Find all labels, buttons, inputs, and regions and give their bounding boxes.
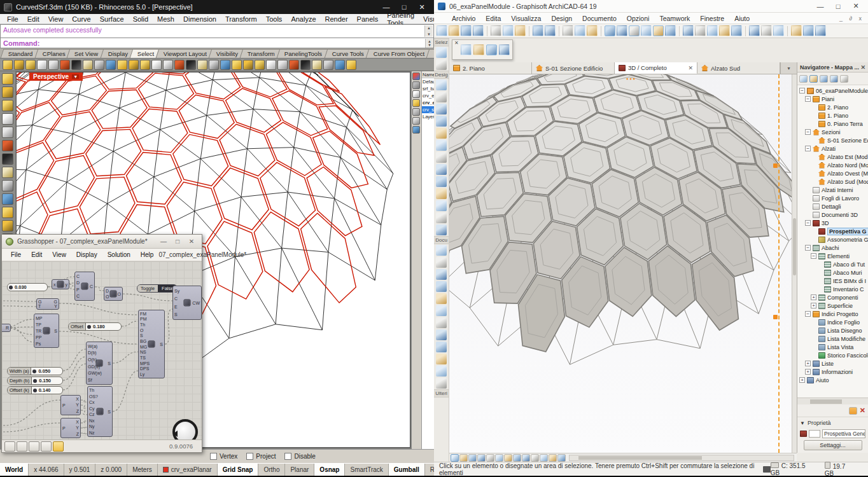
orbit-icon[interactable] bbox=[513, 454, 521, 462]
menu-solid[interactable]: Solid bbox=[129, 15, 153, 23]
fit-in-window-icon[interactable] bbox=[531, 454, 539, 462]
archicad-titlebar[interactable]: 06_exaPanelModule - Graphisoft ArchiCAD-… bbox=[434, 0, 868, 13]
navigator-header[interactable]: Navigatore - Mappa ... ✕ bbox=[797, 62, 868, 73]
relay[interactable]: R bbox=[2, 324, 11, 332]
viewport-horizontal-scrollbar[interactable] bbox=[569, 455, 794, 461]
gumball-widget-icon[interactable] bbox=[17, 441, 27, 452]
hex-panel[interactable] bbox=[232, 73, 287, 97]
renovation-filter-icon[interactable] bbox=[719, 25, 730, 36]
tree-item-06-exapanelmodule[interactable]: −06_exaPanelModule bbox=[797, 86, 868, 95]
redo-icon[interactable] bbox=[545, 25, 556, 36]
tree-item-piani[interactable]: −Piani bbox=[797, 95, 868, 103]
status-world[interactable]: World bbox=[0, 464, 29, 476]
shell-tool-icon[interactable] bbox=[436, 164, 447, 175]
rotate-icon[interactable] bbox=[197, 60, 207, 70]
tree-item-elementi[interactable]: −Elementi bbox=[797, 252, 868, 260]
navigator-hscrollbar[interactable] bbox=[797, 398, 868, 404]
gravity-icon[interactable] bbox=[629, 25, 640, 36]
split-icon[interactable] bbox=[277, 60, 288, 70]
ac-menu-opzioni[interactable]: Opzioni bbox=[622, 15, 655, 22]
tree-item-alzati-interni[interactable]: Alzati Interni bbox=[797, 186, 868, 194]
copy-icon[interactable] bbox=[503, 25, 514, 36]
menu-mesh[interactable]: Mesh bbox=[153, 15, 179, 23]
tab-panelingtools[interactable]: PanelingTools bbox=[277, 49, 330, 58]
orbit-mode-icon[interactable] bbox=[486, 45, 497, 55]
hex-panel[interactable] bbox=[325, 86, 381, 144]
monitor-icon[interactable] bbox=[412, 81, 420, 89]
status-x-44-066[interactable]: x 44.066 bbox=[29, 464, 64, 476]
hex-panel[interactable] bbox=[301, 213, 356, 303]
object-tool-icon[interactable] bbox=[436, 212, 447, 223]
status-meters[interactable]: Meters bbox=[127, 464, 158, 476]
pan-hand-icon[interactable] bbox=[504, 454, 512, 462]
boolean-union-icon[interactable] bbox=[300, 60, 311, 70]
tree-item-aiuto[interactable]: +Aiuto bbox=[797, 376, 868, 384]
loop-spiral-icon[interactable] bbox=[41, 441, 52, 452]
section-marker-handle[interactable] bbox=[773, 163, 778, 168]
tree-item-1-piano[interactable]: 1. Piano bbox=[797, 111, 868, 120]
collapse-icon[interactable]: − bbox=[811, 253, 816, 259]
points-on-icon[interactable] bbox=[174, 60, 185, 70]
collapse-icon[interactable]: − bbox=[805, 146, 811, 151]
view-id-field[interactable] bbox=[809, 430, 820, 438]
canvas-compass-widget[interactable] bbox=[172, 419, 198, 439]
tree-item-alzati[interactable]: −Alzati bbox=[797, 144, 868, 153]
fillet-icon[interactable] bbox=[289, 60, 299, 70]
array-icon[interactable] bbox=[232, 60, 242, 70]
move-component[interactable]: GTGY bbox=[36, 298, 59, 310]
publisher-sets-icon[interactable] bbox=[840, 75, 848, 83]
pan-view-icon[interactable] bbox=[117, 60, 127, 70]
tree-item-componenti[interactable]: +Componenti bbox=[797, 293, 868, 301]
ac-minimize-button[interactable]: — bbox=[812, 1, 829, 12]
display-color-icon[interactable] bbox=[412, 73, 420, 80]
scroll-left-icon[interactable] bbox=[557, 454, 566, 462]
navigator-close-icon[interactable]: ✕ bbox=[860, 64, 865, 71]
tab-curve-tools[interactable]: Curve Tools bbox=[324, 49, 372, 58]
measure-icon[interactable] bbox=[323, 60, 333, 70]
view-name-field[interactable]: Prospettiva Generica bbox=[822, 429, 865, 438]
print-icon[interactable] bbox=[37, 60, 47, 70]
rhino-command-line[interactable]: Command: ▲▼ bbox=[0, 38, 434, 48]
fill-tool-icon[interactable] bbox=[436, 281, 447, 292]
door-tool-icon[interactable] bbox=[436, 92, 447, 102]
mesh-tool-icon[interactable] bbox=[436, 200, 447, 211]
zoom-percent-icon[interactable] bbox=[477, 454, 486, 462]
collapse-icon[interactable]: − bbox=[805, 311, 811, 317]
expand-icon[interactable]: + bbox=[805, 369, 811, 375]
morph-tool-icon[interactable] bbox=[436, 176, 447, 187]
tab-curve-from-object[interactable]: Curve From Object bbox=[365, 49, 432, 58]
cursor-snap-icon[interactable] bbox=[653, 25, 664, 36]
layer-row-srf-bas[interactable]: srf_bas bbox=[422, 85, 434, 92]
collapse-icon[interactable]: − bbox=[805, 245, 811, 251]
tree-item-dettagli[interactable]: Dettagli bbox=[797, 202, 868, 211]
filter-objects-icon[interactable] bbox=[346, 60, 356, 70]
tree-item-0-piano-terra[interactable]: 0. Piano Terra bbox=[797, 120, 868, 128]
osnap-disable[interactable]: Disable bbox=[284, 453, 315, 460]
tree-item-documenti-3d[interactable]: Documenti 3D bbox=[797, 211, 868, 219]
layer-row-crv-str[interactable]: crv_str bbox=[422, 106, 434, 113]
fillet-edge-icon[interactable] bbox=[2, 220, 13, 232]
viewport-title-tab[interactable]: Perspective ▼ bbox=[29, 73, 83, 81]
number-slider[interactable]: Offset0.180 bbox=[68, 322, 122, 331]
ac-maximize-button[interactable]: □ bbox=[830, 1, 846, 12]
paste-icon[interactable] bbox=[83, 60, 93, 70]
rotate-view-icon[interactable] bbox=[129, 60, 139, 70]
gh-close-button[interactable]: ✕ bbox=[185, 237, 198, 246]
menu-transform[interactable]: Transform bbox=[221, 15, 262, 23]
material-icon[interactable] bbox=[412, 99, 420, 107]
walk-mode-icon[interactable] bbox=[522, 454, 530, 462]
layer-state-icon[interactable] bbox=[412, 117, 420, 125]
checkbox[interactable] bbox=[246, 453, 253, 460]
cut-icon[interactable] bbox=[491, 25, 501, 36]
wire-display-icon[interactable] bbox=[29, 441, 39, 452]
layers-icon[interactable] bbox=[683, 25, 694, 36]
boolean-toggle[interactable]: ToggleFalse bbox=[137, 284, 178, 293]
render-preview-icon[interactable] bbox=[151, 60, 162, 70]
open-file-icon[interactable] bbox=[449, 25, 459, 36]
shaded-view-icon[interactable] bbox=[140, 60, 150, 70]
box-icon[interactable] bbox=[2, 167, 13, 178]
figure-tool-icon[interactable] bbox=[436, 354, 447, 364]
checkbox[interactable] bbox=[210, 453, 217, 460]
zoom-in-icon[interactable] bbox=[486, 454, 494, 462]
quick-options-icon[interactable] bbox=[815, 25, 826, 36]
